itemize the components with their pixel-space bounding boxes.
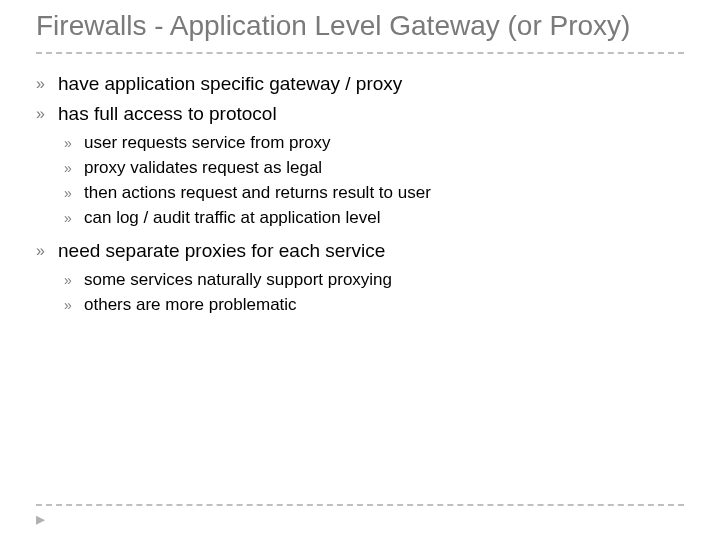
bullet-text: have application specific gateway / prox…: [58, 72, 402, 96]
title-divider: [36, 52, 684, 54]
slide-title: Firewalls - Application Level Gateway (o…: [36, 10, 684, 42]
slide-content: » have application specific gateway / pr…: [36, 72, 684, 316]
bullet-item: » have application specific gateway / pr…: [36, 72, 684, 96]
footer-divider: [36, 504, 684, 506]
sub-bullet-text: proxy validates request as legal: [84, 157, 322, 179]
arrow-bullet-icon: »: [64, 269, 84, 291]
sub-bullet-item: » some services naturally support proxyi…: [64, 269, 684, 291]
arrow-bullet-icon: »: [64, 157, 84, 179]
sub-bullet-item: » others are more problematic: [64, 294, 684, 316]
sub-bullet-item: » then actions request and returns resul…: [64, 182, 684, 204]
bullet-text: need separate proxies for each service: [58, 239, 385, 263]
sub-bullet-text: others are more problematic: [84, 294, 297, 316]
sub-bullet-item: » user requests service from proxy: [64, 132, 684, 154]
sub-bullet-item: » can log / audit traffic at application…: [64, 207, 684, 229]
arrow-bullet-icon: »: [36, 239, 58, 263]
bullet-text: has full access to protocol: [58, 102, 277, 126]
sub-bullet-text: then actions request and returns result …: [84, 182, 431, 204]
arrow-bullet-icon: »: [64, 207, 84, 229]
arrow-bullet-icon: »: [64, 182, 84, 204]
sub-list: » some services naturally support proxyi…: [64, 269, 684, 316]
arrow-bullet-icon: »: [36, 72, 58, 96]
sub-bullet-text: some services naturally support proxying: [84, 269, 392, 291]
arrow-bullet-icon: »: [64, 132, 84, 154]
sub-bullet-text: can log / audit traffic at application l…: [84, 207, 380, 229]
sub-bullet-text: user requests service from proxy: [84, 132, 331, 154]
footer-arrow-icon: ▸: [36, 508, 45, 530]
arrow-bullet-icon: »: [36, 102, 58, 126]
sub-bullet-item: » proxy validates request as legal: [64, 157, 684, 179]
slide: Firewalls - Application Level Gateway (o…: [0, 0, 720, 540]
arrow-bullet-icon: »: [64, 294, 84, 316]
sub-list: » user requests service from proxy » pro…: [64, 132, 684, 229]
bullet-item: » has full access to protocol: [36, 102, 684, 126]
bullet-item: » need separate proxies for each service: [36, 239, 684, 263]
